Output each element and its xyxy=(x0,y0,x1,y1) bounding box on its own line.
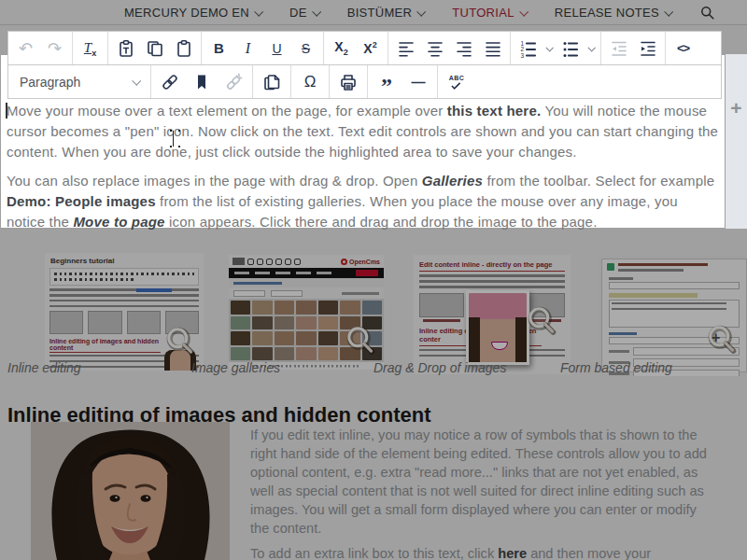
paste-as-text-icon xyxy=(117,39,135,58)
thumbnail-inline-editing[interactable]: Beginners tutorial Inline editing of ima… xyxy=(45,253,204,371)
mock-heading: Inline editing of images and hidden cont… xyxy=(49,338,161,353)
special-character-button[interactable]: Ω xyxy=(294,68,326,96)
copy-page-icon xyxy=(262,73,281,91)
thumbnail-caption: Image galleries xyxy=(191,360,280,375)
body-paragraph-1: If you edit text inline, you may notice … xyxy=(250,426,710,538)
portrait-photo xyxy=(31,422,230,560)
italic-button[interactable]: I xyxy=(233,35,262,63)
mock-toolbar xyxy=(49,268,199,286)
redo-button[interactable]: ↷ xyxy=(40,35,69,63)
outdent-icon xyxy=(610,39,628,58)
justify-button[interactable] xyxy=(478,35,507,63)
mock-heading: Edit content inline - directly on the pa… xyxy=(419,260,565,272)
body-paragraph-2: To add an extra link box to this text, c… xyxy=(250,544,710,560)
thumbnail-caption: Inline editing xyxy=(7,360,81,375)
ordered-list-menu-button[interactable] xyxy=(543,35,556,63)
remove-format-button[interactable]: Tx xyxy=(76,35,105,63)
nav-item-de[interactable]: DE xyxy=(289,6,319,20)
superscript-button[interactable]: X2 xyxy=(356,35,385,63)
thumbnail-image-galleries[interactable]: OpenCms xyxy=(229,255,384,370)
mock-selection xyxy=(136,288,172,292)
unlink-button[interactable] xyxy=(218,68,249,96)
opencms-logo: OpenCms xyxy=(341,259,380,265)
paste-as-text-button[interactable] xyxy=(111,35,140,63)
chevron-down-icon xyxy=(132,77,141,86)
element-controls-strip: + xyxy=(726,54,747,229)
nav-item-bistuemer[interactable]: BISTÜMER xyxy=(347,6,425,20)
mock-red-button xyxy=(356,270,378,276)
chevron-down-icon xyxy=(312,7,321,16)
align-right-button[interactable] xyxy=(449,35,478,63)
zoom-magnifier-icon[interactable] xyxy=(164,326,200,361)
align-left-icon xyxy=(397,39,416,58)
subscript-button[interactable]: X2 xyxy=(327,35,356,63)
element-add-icon[interactable]: + xyxy=(712,329,720,346)
print-button[interactable] xyxy=(332,68,364,96)
mouse-ibeam-cursor xyxy=(169,130,177,147)
copy-page-button[interactable] xyxy=(256,68,288,96)
chevron-down-icon xyxy=(545,44,553,51)
horizontal-rule-button[interactable]: — xyxy=(402,68,434,96)
bold-button[interactable]: B xyxy=(204,35,233,63)
indent-icon xyxy=(639,39,657,58)
ordered-list-icon: 1 2 3 xyxy=(519,39,538,58)
chevron-down-icon xyxy=(587,44,595,51)
nav-item-release-notes[interactable]: RELEASE NOTES xyxy=(555,6,671,20)
editor-content[interactable]: Move your mouse over a text element on t… xyxy=(1,101,725,241)
justify-icon xyxy=(484,39,502,58)
align-center-icon xyxy=(426,39,444,58)
align-center-button[interactable] xyxy=(420,35,449,63)
paste-button[interactable] xyxy=(169,35,198,63)
bookmark-icon xyxy=(192,73,211,91)
thumbnail-caption: Form based editing xyxy=(560,360,672,375)
chevron-down-icon xyxy=(519,7,529,16)
search-icon[interactable] xyxy=(699,5,715,21)
mock-app-toolbar: OpenCms xyxy=(229,255,384,268)
unlink-icon xyxy=(224,73,243,91)
align-right-icon xyxy=(455,39,473,58)
undo-button[interactable]: ↶ xyxy=(11,35,40,63)
nav-item-mercury-demo-en[interactable]: MERCURY DEMO EN xyxy=(124,6,261,20)
chevron-down-icon xyxy=(417,7,427,16)
source-code-button[interactable]: <> xyxy=(669,35,698,63)
indent-button[interactable] xyxy=(633,35,662,63)
editor-toolbar-row1: ↶ ↷ Tx B I U S xyxy=(7,31,722,65)
mock-dragged-photo xyxy=(466,290,529,365)
editor-toolbar-row2: Paragraph xyxy=(7,64,722,99)
copy-button[interactable] xyxy=(140,35,169,63)
paste-icon xyxy=(175,39,193,58)
mock-page-title: Beginners tutorial xyxy=(45,253,204,267)
editor-paragraph-1[interactable]: Move your mouse over a text element on t… xyxy=(7,101,719,162)
paragraph-format-select[interactable]: Paragraph xyxy=(11,75,148,90)
thumbnail-form-editing[interactable] xyxy=(598,255,747,376)
mock-highlight xyxy=(609,293,698,298)
unordered-list-menu-button[interactable] xyxy=(585,35,598,63)
ordered-list-button[interactable]: 1 2 3 xyxy=(514,35,543,63)
zoom-magnifier-icon[interactable] xyxy=(526,305,561,341)
blockquote-button[interactable]: ” xyxy=(371,68,402,96)
thumbnail-caption: Drag & Drop of images xyxy=(374,360,506,375)
editor-paragraph-2[interactable]: You can also replace images in the page … xyxy=(7,171,719,232)
mock-text-block xyxy=(49,288,199,307)
nav-item-tutorial[interactable]: TUTORIAL xyxy=(452,6,526,20)
anchor-button[interactable] xyxy=(186,68,218,96)
thumbnail-drag-drop[interactable]: Edit content inline - directly on the pa… xyxy=(414,255,571,374)
zoom-magnifier-icon[interactable] xyxy=(345,325,380,360)
remove-format-icon: Tx xyxy=(84,39,96,58)
add-content-button[interactable]: + xyxy=(726,99,747,118)
mock-form-icon xyxy=(607,263,614,271)
text-caret xyxy=(6,103,7,119)
align-left-button[interactable] xyxy=(391,35,420,63)
underline-button[interactable]: U xyxy=(262,35,291,63)
section-body-text: If you edit text inline, you may notice … xyxy=(250,426,710,560)
link-button[interactable] xyxy=(154,68,186,96)
link-icon xyxy=(161,73,179,91)
outdent-button[interactable] xyxy=(604,35,633,63)
print-icon xyxy=(339,73,358,91)
unordered-list-button[interactable] xyxy=(556,35,585,63)
copy-icon xyxy=(146,39,164,58)
strikethrough-button[interactable]: S xyxy=(291,35,320,63)
spellcheck-icon: ABC xyxy=(449,75,465,90)
spellcheck-button[interactable]: ABC xyxy=(441,68,472,96)
chevron-down-icon xyxy=(254,7,263,16)
